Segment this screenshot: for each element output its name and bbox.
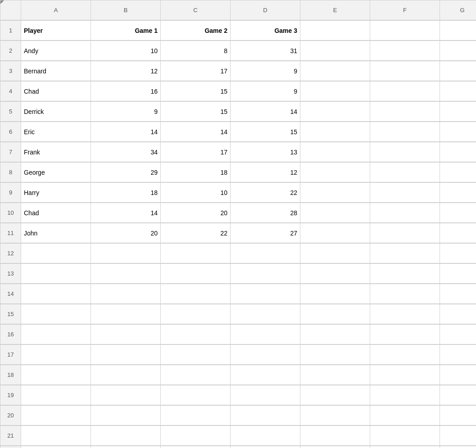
cell-col-g[interactable]: [440, 284, 476, 304]
cell-game3[interactable]: 9: [231, 61, 300, 81]
cell-col-f[interactable]: [370, 284, 440, 304]
cell-col-g[interactable]: [440, 304, 476, 324]
cell-player[interactable]: [21, 284, 91, 304]
cell-player[interactable]: Chad: [21, 81, 91, 101]
cell-col-f[interactable]: [370, 223, 440, 243]
cell-game2[interactable]: [161, 325, 231, 344]
cell-col-e[interactable]: [300, 365, 370, 385]
cell-game1[interactable]: 18: [91, 183, 161, 203]
cell-col-e[interactable]: [300, 81, 370, 101]
cell-game3[interactable]: [231, 406, 300, 425]
cell-col-g[interactable]: [440, 163, 476, 182]
cell-col-f[interactable]: [370, 102, 440, 122]
cell-col-g[interactable]: [440, 81, 476, 101]
cell-game3[interactable]: [231, 284, 300, 304]
cell-col-f[interactable]: [370, 406, 440, 425]
cell-player[interactable]: [21, 446, 91, 448]
cell-game3[interactable]: 12: [231, 163, 300, 182]
cell-col-f[interactable]: [370, 365, 440, 385]
cell-game3[interactable]: [231, 325, 300, 344]
cell-col-e[interactable]: [300, 264, 370, 284]
cell-game2[interactable]: [161, 446, 231, 448]
cell-game1[interactable]: [91, 446, 161, 448]
col-header-B[interactable]: B: [91, 0, 161, 20]
cell-game2[interactable]: [161, 345, 231, 365]
cell-col-e[interactable]: [300, 426, 370, 446]
cell-game1[interactable]: 16: [91, 81, 161, 101]
cell-col-f[interactable]: [370, 244, 440, 263]
cell-player[interactable]: [21, 385, 91, 405]
cell-col-f[interactable]: [370, 325, 440, 344]
cell-player[interactable]: [21, 406, 91, 425]
cell-game2[interactable]: [161, 426, 231, 446]
cell-game1[interactable]: Game 1: [91, 21, 161, 41]
cell-game1[interactable]: [91, 284, 161, 304]
cell-game2[interactable]: 22: [161, 223, 231, 243]
cell-game2[interactable]: Game 2: [161, 21, 231, 41]
cell-col-e[interactable]: [300, 203, 370, 223]
cell-col-g[interactable]: [440, 203, 476, 223]
cell-col-e[interactable]: [300, 284, 370, 304]
cell-col-g[interactable]: [440, 385, 476, 405]
cell-player[interactable]: [21, 325, 91, 344]
cell-game1[interactable]: 34: [91, 142, 161, 162]
cell-col-g[interactable]: [440, 41, 476, 61]
cell-player[interactable]: Eric: [21, 122, 91, 142]
cell-game1[interactable]: 20: [91, 223, 161, 243]
cell-col-e[interactable]: [300, 142, 370, 162]
cell-game3[interactable]: 14: [231, 102, 300, 122]
cell-game1[interactable]: [91, 385, 161, 405]
cell-game3[interactable]: 13: [231, 142, 300, 162]
cell-player[interactable]: Chad: [21, 203, 91, 223]
cell-col-e[interactable]: [300, 385, 370, 405]
cell-game3[interactable]: 22: [231, 183, 300, 203]
cell-game2[interactable]: 17: [161, 142, 231, 162]
cell-col-g[interactable]: [440, 183, 476, 203]
cell-game1[interactable]: [91, 304, 161, 324]
cell-col-g[interactable]: [440, 21, 476, 41]
cell-col-e[interactable]: [300, 41, 370, 61]
cell-game2[interactable]: [161, 264, 231, 284]
cell-col-g[interactable]: [440, 446, 476, 448]
cell-game1[interactable]: 14: [91, 122, 161, 142]
cell-col-e[interactable]: [300, 122, 370, 142]
cell-game3[interactable]: 27: [231, 223, 300, 243]
col-header-C[interactable]: C: [161, 0, 231, 20]
cell-col-f[interactable]: [370, 203, 440, 223]
cell-col-f[interactable]: [370, 122, 440, 142]
cell-game2[interactable]: 18: [161, 163, 231, 182]
cell-game2[interactable]: [161, 406, 231, 425]
cell-player[interactable]: Andy: [21, 41, 91, 61]
col-header-D[interactable]: D: [231, 0, 300, 20]
cell-game3[interactable]: [231, 345, 300, 365]
col-header-F[interactable]: F: [370, 0, 440, 20]
cell-col-g[interactable]: [440, 345, 476, 365]
cell-col-g[interactable]: [440, 365, 476, 385]
cell-col-e[interactable]: [300, 61, 370, 81]
cell-col-g[interactable]: [440, 264, 476, 284]
cell-col-f[interactable]: [370, 142, 440, 162]
cell-game1[interactable]: [91, 365, 161, 385]
cell-col-f[interactable]: [370, 385, 440, 405]
cell-game3[interactable]: [231, 244, 300, 263]
cell-col-e[interactable]: [300, 406, 370, 425]
cell-col-f[interactable]: [370, 81, 440, 101]
cell-game2[interactable]: [161, 304, 231, 324]
cell-game1[interactable]: 10: [91, 41, 161, 61]
cell-player[interactable]: Frank: [21, 142, 91, 162]
cell-col-e[interactable]: [300, 102, 370, 122]
cell-col-f[interactable]: [370, 61, 440, 81]
cell-game2[interactable]: 15: [161, 81, 231, 101]
cell-game3[interactable]: 28: [231, 203, 300, 223]
cell-col-e[interactable]: [300, 163, 370, 182]
cell-game3[interactable]: [231, 365, 300, 385]
cell-player[interactable]: [21, 244, 91, 263]
cell-col-f[interactable]: [370, 183, 440, 203]
cell-game2[interactable]: 17: [161, 61, 231, 81]
col-header-A[interactable]: A: [21, 0, 91, 20]
cell-col-f[interactable]: [370, 264, 440, 284]
cell-col-e[interactable]: [300, 304, 370, 324]
cell-game2[interactable]: 10: [161, 183, 231, 203]
cell-game2[interactable]: [161, 284, 231, 304]
cell-game1[interactable]: 29: [91, 163, 161, 182]
